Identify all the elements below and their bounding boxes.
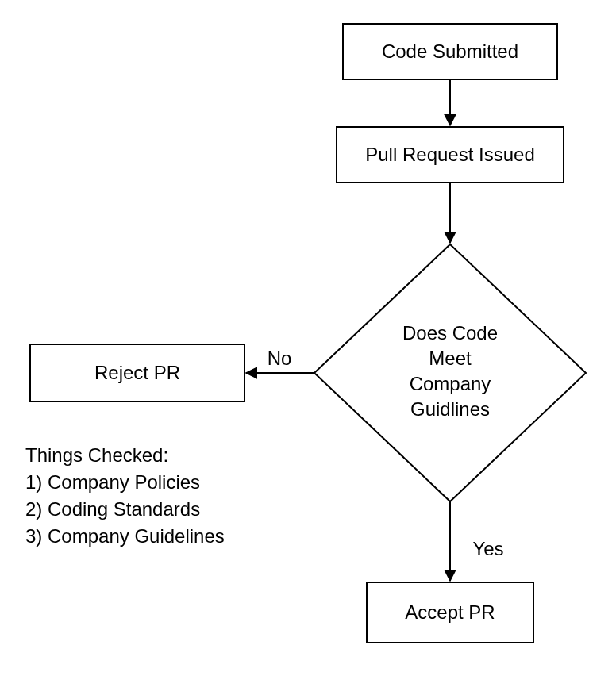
flowchart-svg: Code Submitted Pull Request Issued Does … (0, 0, 616, 676)
checklist-title: Things Checked: (25, 444, 168, 466)
node-code-submitted-label: Code Submitted (382, 40, 518, 62)
node-reject-pr-label: Reject PR (94, 362, 180, 383)
checklist-item-1: 1) Company Policies (25, 471, 200, 493)
node-decision-line2: Meet (429, 348, 472, 369)
flowchart: Code Submitted Pull Request Issued Does … (0, 0, 616, 676)
edge-decision-no-label: No (268, 348, 292, 369)
node-decision-line3: Company (410, 373, 491, 394)
node-accept-pr-label: Accept PR (405, 601, 495, 623)
node-decision-line4: Guidlines (410, 398, 490, 420)
edge-decision-yes-label: Yes (472, 538, 503, 559)
node-decision-line1: Does Code (402, 322, 498, 344)
checklist-note: Things Checked: 1) Company Policies 2) C… (25, 444, 225, 547)
node-accept-pr: Accept PR (367, 582, 533, 643)
checklist-item-3: 3) Company Guidelines (25, 525, 225, 547)
node-decision: Does Code Meet Company Guidlines (314, 244, 586, 501)
checklist-item-2: 2) Coding Standards (25, 498, 200, 520)
node-reject-pr: Reject PR (30, 344, 244, 401)
node-pr-issued-label: Pull Request Issued (365, 144, 534, 165)
node-code-submitted: Code Submitted (343, 24, 557, 79)
node-pr-issued: Pull Request Issued (337, 127, 564, 182)
